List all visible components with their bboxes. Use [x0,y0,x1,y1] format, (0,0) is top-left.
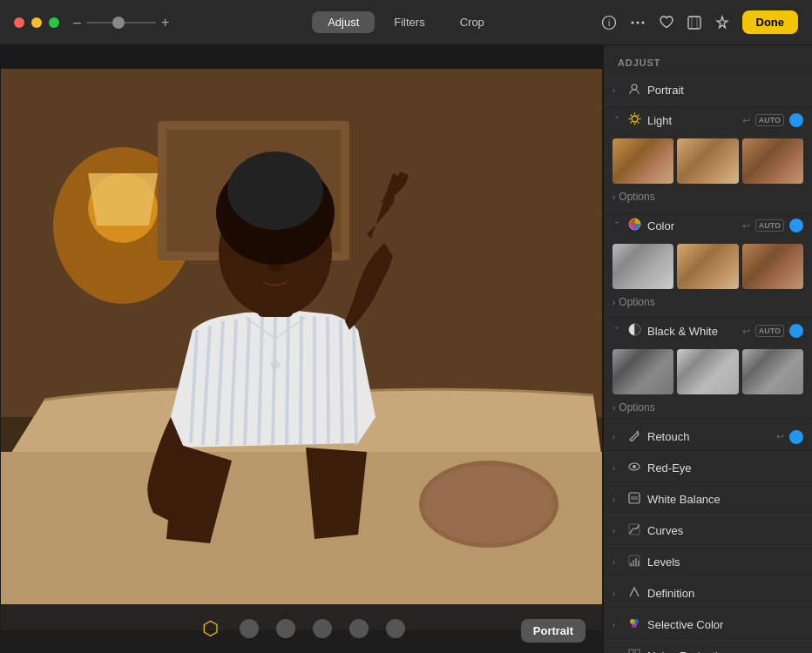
svg-text:i: i [607,18,609,28]
section-light-title: Light [647,114,737,127]
bw-thumbnails [604,346,812,400]
color-thumb-3[interactable] [742,244,803,289]
svg-line-29 [638,122,639,123]
section-levels[interactable]: › Levels [604,547,812,578]
svg-point-21 [271,360,280,369]
color-thumb-1[interactable] [612,244,673,289]
chevron-levels-icon: › [612,558,621,567]
svg-rect-43 [638,561,639,566]
titlebar: – + Adjust Filters Crop i [0,0,812,45]
section-redeye[interactable]: › Red-Eye [604,453,812,484]
svg-point-22 [632,84,637,90]
light-thumb-2[interactable] [677,138,738,184]
slider-thumb[interactable] [112,17,125,29]
color-options-row: › Options [604,294,812,315]
light-thumbnails [604,135,812,189]
svg-line-31 [630,122,631,123]
bw-toggle[interactable] [789,324,803,338]
light-auto-badge[interactable]: AUTO [755,114,784,126]
selectivecolor-icon [626,617,642,632]
slider-track[interactable] [86,22,156,24]
maximize-button[interactable] [49,17,59,28]
bw-thumb-1[interactable] [612,349,673,394]
slider-plus-icon[interactable]: + [161,15,169,30]
svg-point-14 [423,465,554,543]
color-auto-badge[interactable]: AUTO [755,219,784,232]
light-thumb-3[interactable] [742,138,803,184]
bw-options-label[interactable]: › Options [612,401,803,414]
svg-rect-5 [688,17,700,29]
color-toggle[interactable] [789,219,803,232]
section-whitebalance[interactable]: › White Balance [604,484,812,515]
svg-rect-47 [629,650,633,653]
info-button[interactable]: i [601,15,617,30]
bw-reset-icon[interactable]: ↩ [742,326,750,337]
section-retouch[interactable]: › Retouch ↩ [604,421,812,453]
close-button[interactable] [14,17,24,28]
section-curves[interactable]: › Curves [604,515,812,547]
section-bw-row[interactable]: › Black & White ↩ AUTO [604,316,812,346]
slider-minus-icon[interactable]: – [73,15,81,30]
svg-point-2 [631,21,633,24]
light-reset-icon[interactable]: ↩ [742,115,750,126]
svg-point-46 [632,623,637,628]
section-light-row[interactable]: › Light ↩ AUTO [604,105,812,135]
noisereduction-title: Noise Reduction [647,650,803,653]
chevron-portrait-icon: › [612,86,621,95]
redeye-title: Red-Eye [647,461,803,475]
svg-rect-41 [633,560,634,566]
color-thumb-2[interactable] [677,244,738,289]
circle-tool-3[interactable] [313,619,332,638]
main-tabs: Adjust Filters Crop [312,11,500,33]
section-portrait-row[interactable]: › Portrait [604,76,812,104]
tab-filters[interactable]: Filters [378,11,440,33]
retouch-icon [626,429,642,444]
bw-actions: ↩ AUTO [742,324,803,338]
more-button[interactable] [629,15,646,30]
favorite-button[interactable] [659,15,674,30]
section-light: › Light ↩ AUTO › Options [604,105,812,211]
section-noisereduction[interactable]: › Noise Reduction [604,641,812,653]
bw-thumb-2[interactable] [677,349,738,394]
brightness-slider[interactable]: – + [73,15,169,30]
circle-tool-5[interactable] [386,619,405,638]
section-selectivecolor[interactable]: › Selective Color [604,609,812,641]
circle-tool-2[interactable] [276,619,295,638]
section-bw-title: Black & White [647,325,737,338]
color-reset-icon[interactable]: ↩ [742,220,750,232]
light-icon [626,112,642,128]
color-options-label[interactable]: › Options [612,296,803,308]
section-definition[interactable]: › Definition [604,578,812,609]
section-color: › Color ↩ AUTO › Options [604,211,812,316]
frame-button[interactable] [687,15,702,30]
tab-adjust[interactable]: Adjust [312,11,375,33]
minimize-button[interactable] [31,17,42,28]
tab-crop[interactable]: Crop [444,11,500,33]
chevron-color-icon: › [612,221,621,230]
portrait-label-button[interactable]: Portrait [521,619,585,643]
circle-tool-4[interactable] [349,619,369,638]
retouch-reset-icon[interactable]: ↩ [776,431,784,442]
light-toggle[interactable] [789,113,803,127]
retouch-actions: ↩ [776,430,803,444]
section-portrait: › Portrait [604,76,812,105]
bw-options-row: › Options [604,400,812,421]
bw-thumb-3[interactable] [742,349,803,394]
levels-icon [626,555,642,569]
levels-title: Levels [647,555,803,569]
circle-tool-1[interactable] [240,619,259,638]
bw-auto-badge[interactable]: AUTO [755,325,784,337]
retouch-toggle[interactable] [789,430,803,444]
done-button[interactable]: Done [742,10,799,34]
right-panel: ADJUST › Portrait › Light ↩ AUTO [603,45,812,653]
magic-button[interactable] [714,15,730,30]
light-thumb-1[interactable] [612,138,673,184]
section-color-row[interactable]: › Color ↩ AUTO [604,211,812,240]
hex-tool-button[interactable]: ⬡ [198,616,222,641]
chevron-whitebalance-icon: › [612,495,621,504]
bw-icon [626,323,642,339]
color-thumbnails [604,240,812,294]
light-options-label[interactable]: › Options [612,191,803,203]
chevron-curves-icon: › [612,527,621,535]
photo-toolbar: ⬡ Portrait [0,604,603,653]
